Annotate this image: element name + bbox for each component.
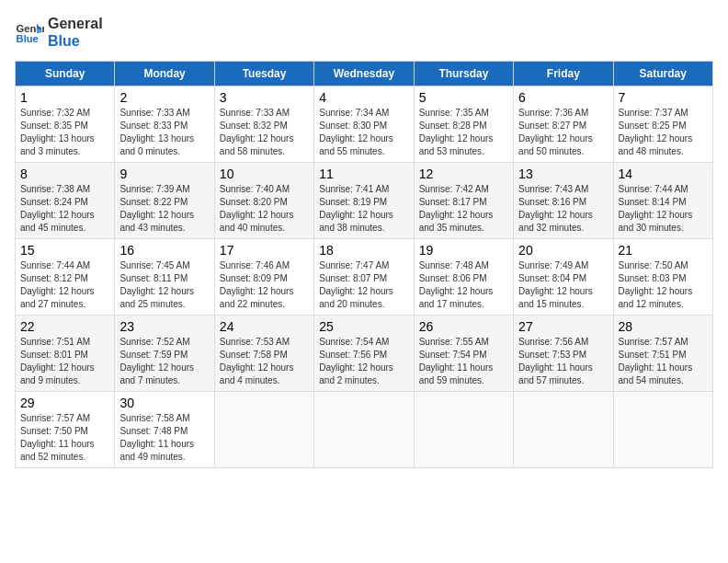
calendar-cell: 10Sunrise: 7:40 AMSunset: 8:20 PMDayligh… <box>214 163 313 239</box>
day-number: 15 <box>20 243 109 258</box>
calendar-cell: 26Sunrise: 7:55 AMSunset: 7:54 PMDayligh… <box>414 316 513 392</box>
day-info: Sunrise: 7:46 AMSunset: 8:09 PMDaylight:… <box>220 259 309 311</box>
day-number: 18 <box>319 243 408 258</box>
day-info: Sunrise: 7:40 AMSunset: 8:20 PMDaylight:… <box>220 183 309 235</box>
day-info: Sunrise: 7:35 AMSunset: 8:28 PMDaylight:… <box>419 107 508 158</box>
day-info: Sunrise: 7:52 AMSunset: 7:59 PMDaylight:… <box>119 336 209 387</box>
day-number: 27 <box>518 319 608 334</box>
calendar-cell: 22Sunrise: 7:51 AMSunset: 8:01 PMDayligh… <box>16 316 115 392</box>
calendar-cell: 3Sunrise: 7:33 AMSunset: 8:32 PMDaylight… <box>214 86 313 163</box>
day-number: 9 <box>119 167 209 181</box>
calendar-cell: 17Sunrise: 7:46 AMSunset: 8:09 PMDayligh… <box>214 239 313 316</box>
day-header-tuesday: Tuesday <box>214 62 313 86</box>
day-number: 3 <box>220 90 309 105</box>
day-info: Sunrise: 7:41 AMSunset: 8:19 PMDaylight:… <box>319 183 408 235</box>
day-info: Sunrise: 7:33 AMSunset: 8:33 PMDaylight:… <box>119 107 209 158</box>
day-number: 10 <box>220 167 309 181</box>
logo-line1: General <box>48 15 103 32</box>
day-info: Sunrise: 7:57 AMSunset: 7:51 PMDaylight:… <box>619 336 708 387</box>
day-info: Sunrise: 7:55 AMSunset: 7:54 PMDaylight:… <box>419 336 508 387</box>
calendar-cell: 13Sunrise: 7:43 AMSunset: 8:16 PMDayligh… <box>514 163 613 239</box>
day-info: Sunrise: 7:54 AMSunset: 7:56 PMDaylight:… <box>319 336 408 387</box>
day-header-saturday: Saturday <box>613 62 712 86</box>
day-number: 8 <box>20 167 109 181</box>
logo: General Blue General Blue <box>15 15 103 50</box>
day-number: 28 <box>619 319 708 334</box>
calendar-cell <box>414 392 513 468</box>
day-number: 11 <box>319 167 408 181</box>
day-info: Sunrise: 7:47 AMSunset: 8:07 PMDaylight:… <box>319 259 408 311</box>
calendar-cell: 8Sunrise: 7:38 AMSunset: 8:24 PMDaylight… <box>16 163 115 239</box>
day-number: 23 <box>119 319 209 334</box>
day-info: Sunrise: 7:39 AMSunset: 8:22 PMDaylight:… <box>119 183 209 235</box>
logo-icon: General Blue <box>15 17 44 47</box>
day-number: 25 <box>319 319 408 334</box>
calendar-cell: 30Sunrise: 7:58 AMSunset: 7:48 PMDayligh… <box>115 392 214 468</box>
day-number: 26 <box>419 319 508 334</box>
day-info: Sunrise: 7:42 AMSunset: 8:17 PMDaylight:… <box>419 183 508 235</box>
day-info: Sunrise: 7:32 AMSunset: 8:35 PMDaylight:… <box>20 107 109 158</box>
day-number: 6 <box>518 90 608 105</box>
day-number: 12 <box>419 167 508 181</box>
day-header-wednesday: Wednesday <box>314 62 414 86</box>
calendar-cell: 18Sunrise: 7:47 AMSunset: 8:07 PMDayligh… <box>314 239 414 316</box>
day-info: Sunrise: 7:36 AMSunset: 8:27 PMDaylight:… <box>518 107 608 158</box>
calendar-cell <box>514 392 613 468</box>
day-info: Sunrise: 7:45 AMSunset: 8:11 PMDaylight:… <box>119 259 209 311</box>
day-number: 4 <box>319 90 408 105</box>
logo-line2: Blue <box>48 32 103 50</box>
day-info: Sunrise: 7:49 AMSunset: 8:04 PMDaylight:… <box>518 259 608 311</box>
calendar-cell: 20Sunrise: 7:49 AMSunset: 8:04 PMDayligh… <box>514 239 613 316</box>
day-number: 21 <box>619 243 708 258</box>
calendar-header-row: SundayMondayTuesdayWednesdayThursdayFrid… <box>16 62 713 86</box>
calendar-cell: 6Sunrise: 7:36 AMSunset: 8:27 PMDaylight… <box>514 86 613 163</box>
day-info: Sunrise: 7:58 AMSunset: 7:48 PMDaylight:… <box>119 412 209 464</box>
day-info: Sunrise: 7:34 AMSunset: 8:30 PMDaylight:… <box>319 107 408 158</box>
calendar-cell <box>214 392 313 468</box>
calendar-cell: 7Sunrise: 7:37 AMSunset: 8:25 PMDaylight… <box>613 86 712 163</box>
day-number: 2 <box>119 90 209 105</box>
day-header-friday: Friday <box>514 62 613 86</box>
day-info: Sunrise: 7:51 AMSunset: 8:01 PMDaylight:… <box>20 336 109 387</box>
calendar-cell: 12Sunrise: 7:42 AMSunset: 8:17 PMDayligh… <box>414 163 513 239</box>
week-row-0: 1Sunrise: 7:32 AMSunset: 8:35 PMDaylight… <box>16 86 713 163</box>
calendar-cell: 28Sunrise: 7:57 AMSunset: 7:51 PMDayligh… <box>613 316 712 392</box>
calendar-cell: 27Sunrise: 7:56 AMSunset: 7:53 PMDayligh… <box>514 316 613 392</box>
calendar-cell: 19Sunrise: 7:48 AMSunset: 8:06 PMDayligh… <box>414 239 513 316</box>
calendar-cell: 16Sunrise: 7:45 AMSunset: 8:11 PMDayligh… <box>115 239 214 316</box>
week-row-2: 15Sunrise: 7:44 AMSunset: 8:12 PMDayligh… <box>16 239 713 316</box>
calendar-cell: 5Sunrise: 7:35 AMSunset: 8:28 PMDaylight… <box>414 86 513 163</box>
calendar-cell <box>613 392 712 468</box>
day-info: Sunrise: 7:48 AMSunset: 8:06 PMDaylight:… <box>419 259 508 311</box>
calendar-cell: 24Sunrise: 7:53 AMSunset: 7:58 PMDayligh… <box>214 316 313 392</box>
day-info: Sunrise: 7:33 AMSunset: 8:32 PMDaylight:… <box>220 107 309 158</box>
day-number: 5 <box>419 90 508 105</box>
calendar-cell: 29Sunrise: 7:57 AMSunset: 7:50 PMDayligh… <box>16 392 115 468</box>
day-number: 17 <box>220 243 309 258</box>
day-number: 22 <box>20 319 109 334</box>
calendar-cell: 25Sunrise: 7:54 AMSunset: 7:56 PMDayligh… <box>314 316 414 392</box>
day-number: 19 <box>419 243 508 258</box>
day-number: 1 <box>20 90 109 105</box>
day-info: Sunrise: 7:44 AMSunset: 8:14 PMDaylight:… <box>619 183 708 235</box>
day-number: 7 <box>619 90 708 105</box>
week-row-1: 8Sunrise: 7:38 AMSunset: 8:24 PMDaylight… <box>16 163 713 239</box>
day-info: Sunrise: 7:57 AMSunset: 7:50 PMDaylight:… <box>20 412 109 464</box>
day-info: Sunrise: 7:50 AMSunset: 8:03 PMDaylight:… <box>619 259 708 311</box>
day-number: 20 <box>518 243 608 258</box>
calendar-cell <box>314 392 414 468</box>
day-header-sunday: Sunday <box>16 62 115 86</box>
calendar-cell: 9Sunrise: 7:39 AMSunset: 8:22 PMDaylight… <box>115 163 214 239</box>
calendar-cell: 2Sunrise: 7:33 AMSunset: 8:33 PMDaylight… <box>115 86 214 163</box>
calendar-cell: 14Sunrise: 7:44 AMSunset: 8:14 PMDayligh… <box>613 163 712 239</box>
day-number: 14 <box>619 167 708 181</box>
day-info: Sunrise: 7:56 AMSunset: 7:53 PMDaylight:… <box>518 336 608 387</box>
calendar-cell: 21Sunrise: 7:50 AMSunset: 8:03 PMDayligh… <box>613 239 712 316</box>
day-info: Sunrise: 7:37 AMSunset: 8:25 PMDaylight:… <box>619 107 708 158</box>
day-number: 24 <box>220 319 309 334</box>
day-header-monday: Monday <box>115 62 214 86</box>
calendar-cell: 11Sunrise: 7:41 AMSunset: 8:19 PMDayligh… <box>314 163 414 239</box>
day-number: 13 <box>518 167 608 181</box>
svg-text:Blue: Blue <box>17 33 39 44</box>
day-number: 30 <box>119 396 209 410</box>
